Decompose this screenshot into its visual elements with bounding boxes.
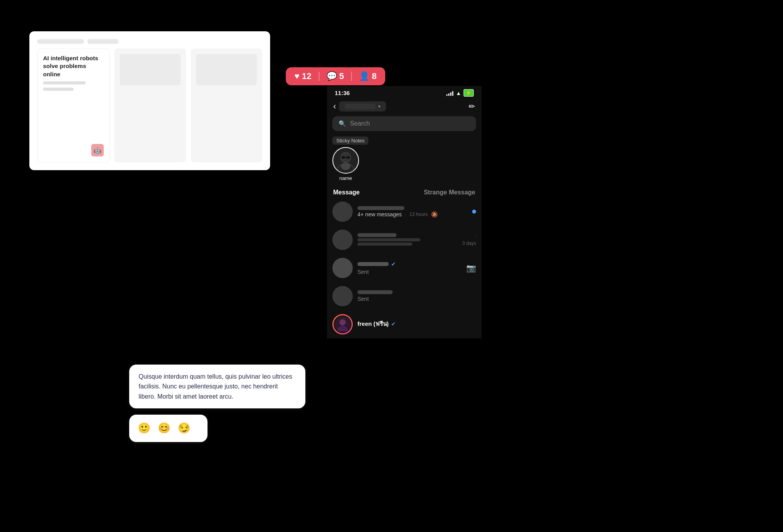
- blog-cards-row: AI intelligent robots solve problems onl…: [37, 49, 262, 162]
- msg-time-2: 3 days: [462, 241, 476, 246]
- search-icon: 🔍: [339, 120, 346, 127]
- notif-divider-1: [319, 72, 319, 81]
- signal-bars: [446, 90, 453, 96]
- msg-name-row-3: ✔: [357, 261, 462, 267]
- msg-item-2[interactable]: · 3 days: [327, 226, 482, 254]
- search-bar[interactable]: 🔍 Search: [332, 116, 476, 131]
- compose-icon[interactable]: ✏: [469, 102, 475, 111]
- svg-rect-6: [345, 157, 346, 158]
- msg-item-5[interactable]: freen (ฟรีน) ✔: [327, 310, 482, 338]
- likes-count: 12: [302, 71, 311, 81]
- msg-preview-text-1: 4+ new messages: [357, 211, 402, 217]
- back-arrow-icon[interactable]: ‹: [333, 101, 336, 111]
- freen-name: freen (ฟรีน): [357, 319, 389, 329]
- svg-rect-5: [346, 156, 350, 159]
- camera-icon-3: 📷: [466, 263, 476, 273]
- story-row: Sticky Notes name: [327, 135, 482, 186]
- status-bar: 11:36 ▲ ⚡: [327, 86, 482, 98]
- bar-3: [450, 92, 451, 96]
- avatar-svg: [333, 147, 358, 174]
- freen-avatar-inner: [334, 315, 352, 333]
- notification-pill: ♥ 12 💬 5 👤 8: [286, 67, 385, 85]
- wifi-icon: ▲: [456, 90, 461, 96]
- msg-meta-2: · 3 days: [462, 234, 476, 246]
- follower-icon: 👤: [359, 71, 370, 81]
- svg-point-10: [337, 326, 348, 331]
- chat-bubble-text: Quisque interdum quam tellus, quis pulvi…: [129, 365, 305, 409]
- blog-card-3: [191, 49, 262, 162]
- msg-name-row-4: [357, 290, 476, 294]
- blog-card-line-2: [43, 88, 74, 91]
- msg-name-row-1: [357, 206, 467, 210]
- msg-name-bar-1: [357, 206, 404, 210]
- verified-icon-3: ✔: [391, 261, 396, 267]
- msg-preview-bar-2b: [357, 243, 412, 246]
- msg-content-3: ✔ Sent: [357, 261, 462, 275]
- msg-dot-1: ·: [405, 211, 406, 217]
- chat-area: Quisque interdum quam tellus, quis pulvi…: [129, 365, 305, 442]
- blog-top-bar: [37, 39, 262, 44]
- msg-content-2: [357, 233, 458, 247]
- msg-sent-4: Sent: [357, 296, 369, 302]
- card-placeholder-3: [196, 54, 257, 85]
- comments-count: 5: [339, 71, 344, 81]
- verified-icon-5: ✔: [391, 321, 396, 327]
- top-bar-pill-2: [87, 39, 119, 44]
- section-title-message: Message: [333, 189, 360, 196]
- notif-likes: ♥ 12: [294, 71, 312, 81]
- msg-avatar-3: [332, 258, 353, 278]
- msg-content-4: Sent: [357, 290, 476, 302]
- story-name: name: [332, 175, 359, 181]
- battery-icon: ⚡: [464, 89, 474, 97]
- msg-content-1: 4+ new messages · 13 hours 🔕: [357, 206, 467, 217]
- freen-avatar: [332, 314, 353, 334]
- msg-name-row-5: freen (ฟรีน) ✔: [357, 319, 476, 329]
- msg-avatar-1: [332, 201, 353, 222]
- search-placeholder: Search: [350, 120, 370, 127]
- msg-name-bar-2: [357, 233, 397, 237]
- chat-bubble-emoji: 🙂 😊 😏: [129, 415, 207, 442]
- blog-card-line-1: [43, 81, 86, 84]
- svg-point-9: [339, 319, 346, 325]
- msg-name-bar-3: [357, 262, 389, 266]
- comment-icon: 💬: [327, 71, 337, 81]
- msg-meta-1: [472, 210, 476, 214]
- notif-comments: 💬 5: [327, 71, 344, 81]
- blog-panel: AI intelligent robots solve problems onl…: [29, 31, 270, 170]
- msg-time-1: 13 hours: [410, 212, 428, 217]
- header-title-pill[interactable]: ▾: [339, 101, 386, 111]
- card-placeholder-2: [120, 54, 180, 85]
- msg-list: 4+ new messages · 13 hours 🔕 ·: [327, 198, 482, 338]
- msg-item-4[interactable]: Sent: [327, 282, 482, 310]
- msg-content-5: freen (ฟรีน) ✔: [357, 319, 476, 330]
- followers-count: 8: [372, 71, 377, 81]
- bar-4: [452, 91, 453, 96]
- bar-2: [448, 93, 449, 96]
- chevron-down-icon: ▾: [378, 104, 381, 109]
- story-avatar-wrap[interactable]: name: [332, 147, 359, 181]
- msg-dot-2: ·: [475, 234, 476, 239]
- robot-icon: 🤖: [91, 144, 104, 156]
- heart-icon: ♥: [294, 71, 299, 81]
- svg-rect-4: [341, 156, 345, 159]
- freen-avatar-svg: [336, 317, 350, 331]
- msg-preview-bar-2: [357, 238, 420, 241]
- msg-item-3[interactable]: ✔ Sent 📷: [327, 254, 482, 282]
- msg-meta-3: 📷: [466, 263, 476, 273]
- status-time: 11:36: [335, 90, 350, 96]
- header-title-text: [345, 104, 376, 109]
- story-avatar: [332, 147, 359, 174]
- section-title-strange: Strange Message: [424, 189, 475, 196]
- bar-1: [446, 94, 447, 96]
- msg-name-bar-4: [357, 290, 393, 294]
- notif-followers: 👤 8: [359, 71, 377, 81]
- header-left: ‹ ▾: [333, 101, 386, 111]
- blog-card-title: AI intelligent robots solve problems onl…: [43, 54, 104, 78]
- msg-item-1[interactable]: 4+ new messages · 13 hours 🔕: [327, 198, 482, 226]
- svg-point-8: [341, 163, 350, 170]
- notif-divider-2: [351, 72, 352, 81]
- story-label: Sticky Notes: [332, 137, 368, 145]
- msg-avatar-2: [332, 230, 353, 250]
- phone-shell: 11:36 ▲ ⚡ ‹ ▾ ✏ 🔍 Search Sticky No: [327, 86, 482, 338]
- unread-dot-1: [472, 210, 476, 214]
